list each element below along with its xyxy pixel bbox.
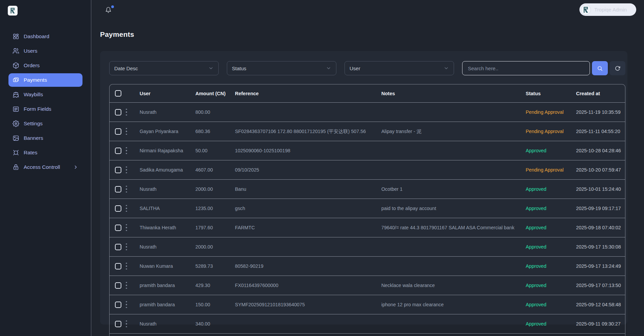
- row-checkbox[interactable]: [115, 186, 121, 192]
- sidebar-item-payments[interactable]: Payments: [8, 73, 82, 87]
- row-checkbox[interactable]: [115, 148, 121, 154]
- sidebar-item-label: Payments: [24, 77, 47, 83]
- cell-created: 2025-09-17 15:30:08: [576, 244, 625, 250]
- cell-user: Thiwanka Herath: [140, 225, 195, 230]
- row-menu-icon[interactable]: [125, 261, 128, 271]
- sidebar-nav: Dashboard Users Orders Payments Waybills: [0, 30, 91, 174]
- cell-user: Nusrath: [140, 186, 195, 192]
- refresh-icon: [615, 66, 620, 71]
- table-row: pramith bandara 429.30 FX01164397600000 …: [110, 276, 625, 295]
- row-menu-icon[interactable]: [125, 300, 128, 310]
- cell-created: 2025-09-17 13:24:49: [576, 263, 625, 269]
- main-content: Tropiqe Admin Payments Date Desc Status …: [91, 0, 644, 336]
- row-checkbox[interactable]: [115, 225, 121, 231]
- cell-user: Gayan Priyankara: [140, 129, 195, 134]
- cell-created: 2025-09-17 07:13:50: [576, 283, 625, 288]
- sidebar-item-label: Users: [24, 48, 37, 54]
- page-title: Payments: [100, 30, 644, 38]
- cell-user: Nirmani Rajapaksha: [140, 148, 195, 153]
- refresh-button[interactable]: [610, 61, 625, 75]
- column-header-created: Created at: [576, 91, 625, 96]
- chevron-right-icon: [73, 164, 78, 170]
- sidebar-item-label: Form Fields: [24, 106, 51, 112]
- cell-amount: 4607.00: [195, 167, 235, 173]
- row-menu-icon[interactable]: [125, 107, 128, 117]
- app-logo[interactable]: [8, 6, 18, 16]
- sidebar-item-settings[interactable]: Settings: [8, 117, 82, 130]
- select-all-checkbox[interactable]: [115, 90, 121, 97]
- status-badge: Approved: [526, 206, 576, 211]
- topbar: Tropiqe Admin: [91, 0, 644, 20]
- cell-amount: 1235.00: [195, 206, 235, 211]
- row-menu-icon[interactable]: [125, 184, 128, 194]
- cell-reference: SF0284363707106 172.80 880017120195 (平安达…: [235, 128, 381, 135]
- row-checkbox[interactable]: [115, 263, 121, 269]
- cell-reference: FARMTC: [235, 225, 381, 230]
- cell-amount: 150.00: [195, 302, 235, 307]
- cell-user: SALITHA: [140, 206, 195, 211]
- sidebar-item-label: Settings: [24, 121, 43, 127]
- sidebar-item-label: Access Controll: [24, 164, 60, 170]
- row-checkbox[interactable]: [115, 109, 121, 115]
- payments-table: User Amount (CN) Reference Notes Status …: [109, 84, 625, 336]
- dashboard-icon: [13, 33, 19, 40]
- row-checkbox[interactable]: [115, 128, 121, 135]
- user-menu[interactable]: Tropiqe Admin: [579, 3, 636, 16]
- sidebar-item-waybills[interactable]: Waybills: [8, 88, 82, 101]
- ratio-icon: [13, 149, 19, 156]
- logo-icon: [9, 7, 16, 14]
- search-icon: [597, 66, 603, 71]
- cell-notes: 79640/= rate 44.3 8017901167 SALAM ASA C…: [381, 225, 526, 230]
- sidebar-item-access-controll[interactable]: Access Controll: [8, 160, 82, 174]
- row-checkbox[interactable]: [115, 167, 121, 173]
- table-header-row: User Amount (CN) Reference Notes Status …: [110, 84, 625, 103]
- sidebar-item-label: Banners: [24, 135, 43, 141]
- sidebar-item-label: Waybills: [24, 92, 43, 98]
- table-row: SALITHA 1235.00 gsch paid to the alipay …: [110, 199, 625, 218]
- bell-icon: [105, 7, 112, 13]
- table-row: Thiwanka Herath 1797.60 FARMTC 79640/= r…: [110, 218, 625, 237]
- sidebar-item-orders[interactable]: Orders: [8, 59, 82, 72]
- column-header-amount: Amount (CN): [195, 91, 235, 96]
- sidebar-item-dashboard[interactable]: Dashboard: [8, 30, 82, 43]
- cell-reference: FX01164397600000: [235, 283, 381, 288]
- cell-reference: 80582-90219: [235, 263, 381, 269]
- column-header-status: Status: [526, 91, 576, 96]
- row-checkbox[interactable]: [115, 282, 121, 289]
- row-checkbox[interactable]: [115, 205, 121, 212]
- sidebar-item-label: Dashboard: [24, 33, 49, 40]
- row-menu-icon[interactable]: [125, 281, 128, 290]
- table-row: Nusrath 2000.00 Approved 2025-09-17 15:3…: [110, 237, 625, 257]
- row-menu-icon[interactable]: [125, 127, 128, 136]
- status-select-value: Status: [232, 66, 246, 71]
- sort-select[interactable]: Date Desc: [109, 61, 219, 75]
- row-checkbox[interactable]: [115, 302, 121, 308]
- user-select[interactable]: User: [344, 61, 454, 75]
- status-select[interactable]: Status: [227, 61, 336, 75]
- sidebar-item-users[interactable]: Users: [8, 44, 82, 58]
- status-badge: Approved: [526, 148, 576, 153]
- notifications-button[interactable]: [105, 7, 113, 15]
- search-input[interactable]: [462, 61, 590, 75]
- search-button[interactable]: [592, 61, 608, 75]
- table-row: Nusrath 800.00 Pending Approval 2025-11-…: [110, 103, 625, 122]
- sidebar-item-form-fields[interactable]: Form Fields: [8, 102, 82, 116]
- row-menu-icon[interactable]: [125, 223, 128, 233]
- cell-user: Nusrath: [140, 244, 195, 250]
- avatar-logo-icon: [582, 6, 590, 14]
- sidebar-item-rates[interactable]: Rates: [8, 146, 82, 159]
- row-menu-icon[interactable]: [125, 319, 128, 329]
- row-menu-icon[interactable]: [125, 165, 128, 175]
- cell-amount: 800.00: [195, 109, 235, 115]
- table-row: Nusrath 340.00 Approved 2025-09-11 09:30…: [110, 314, 625, 334]
- row-menu-icon[interactable]: [125, 146, 128, 156]
- sidebar-item-banners[interactable]: Banners: [8, 131, 82, 145]
- column-header-user: User: [140, 91, 195, 96]
- cell-reference: Banu: [235, 186, 381, 192]
- table-row-partial: [110, 334, 625, 336]
- notification-dot: [111, 5, 114, 8]
- row-checkbox[interactable]: [115, 244, 121, 250]
- row-checkbox[interactable]: [115, 321, 121, 327]
- row-menu-icon[interactable]: [125, 242, 128, 252]
- row-menu-icon[interactable]: [125, 204, 128, 213]
